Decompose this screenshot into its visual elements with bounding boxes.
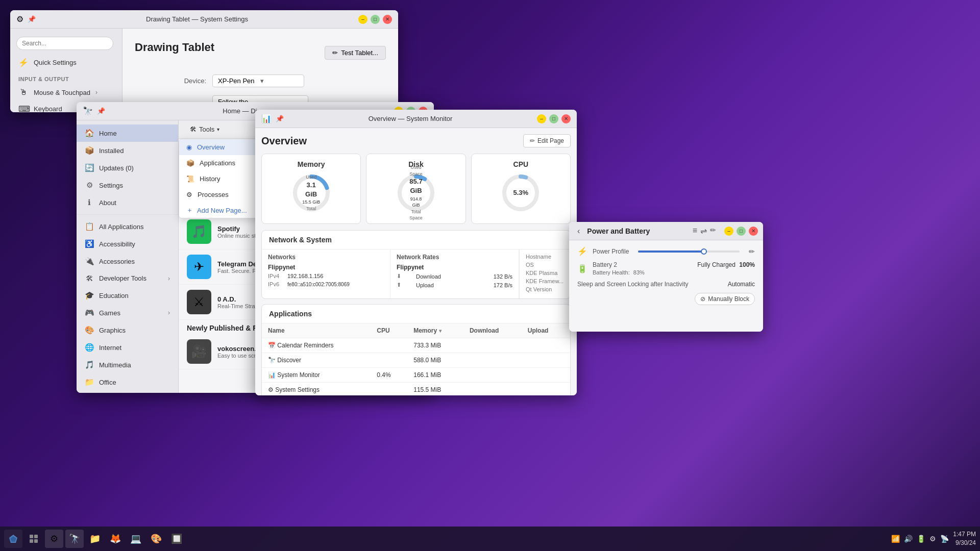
os-row: OS: [526, 262, 564, 268]
discover-upload: [522, 353, 570, 368]
settings-pin-icon: 📌: [28, 15, 36, 23]
applications-section: Applications Name CPU Memory ▾ Download …: [261, 304, 571, 395]
sysmon-minimize-button[interactable]: –: [537, 114, 546, 123]
discover-nav-installed[interactable]: 📦 Installed: [77, 142, 178, 159]
taskbar-terminal-button[interactable]: 💻: [127, 530, 145, 548]
memory-title: Memory: [268, 160, 354, 168]
discover-nav-internet[interactable]: 🌐 Internet: [77, 339, 178, 356]
sidebar-item-mouse-touchpad[interactable]: 🖱 Mouse & Touchpad ›: [10, 84, 122, 101]
discover-nav-developer-tools[interactable]: 🛠 Developer Tools ›: [77, 270, 178, 287]
sidebar-item-quick-settings[interactable]: ⚡ Quick Settings: [10, 54, 122, 71]
settings-maximize-button[interactable]: □: [371, 15, 380, 24]
settings-minimize-button[interactable]: –: [358, 15, 368, 24]
discover-nav-all-apps[interactable]: 📋 All Applications: [77, 218, 178, 235]
power-minimize-button[interactable]: –: [724, 227, 733, 236]
sys-settings-download: [463, 383, 522, 396]
sysmon-cpu: 0.4%: [371, 368, 407, 383]
memory-donut: Used 3.1 GiB 15.5 GiB Total: [291, 172, 332, 213]
accessories-icon: 🔌: [85, 257, 94, 266]
sys-settings-cpu: [371, 383, 407, 396]
col-cpu[interactable]: CPU: [371, 323, 407, 338]
discover-nav-home[interactable]: 🏠 Home: [77, 124, 178, 142]
discover-nav-accessibility[interactable]: ♿ Accessibility: [77, 235, 178, 253]
discover-pin-icon: 📌: [97, 107, 105, 115]
disk-donut-text: Used Space 85.7 GiB 914.8 GiB Total Spac…: [406, 164, 426, 221]
device-row: Device: XP-Pen Pen ▾: [135, 74, 386, 87]
taskbar-start-button[interactable]: [4, 530, 22, 548]
settings-tray-icon[interactable]: ⚙: [929, 535, 936, 543]
discover-sidebar: 🏠 Home 📦 Installed 🔄 Updates (0) ⚙ Setti…: [77, 120, 179, 393]
edit-page-button[interactable]: ✏ Edit Page: [523, 134, 571, 147]
network-name: Flippynet: [268, 264, 384, 271]
kde-framework-key: KDE Framew...: [526, 278, 564, 284]
tools-icon: 🛠: [190, 126, 197, 133]
taskbar-pager-button[interactable]: [24, 530, 43, 548]
power-title: Power and Battery: [587, 227, 688, 235]
taskbar-files-button[interactable]: 📁: [86, 530, 104, 548]
power-profile-row: ⚡ Power Profile ✏: [577, 246, 755, 256]
taskbar-paint-button[interactable]: 🎨: [147, 530, 165, 548]
discover-nav-games[interactable]: 🎮 Games ›: [77, 304, 178, 321]
network-system-section: Network & System Networks Flippynet IPv4…: [261, 230, 571, 299]
manually-block-button[interactable]: ⊘ Manually Block: [695, 293, 755, 305]
settings-sidebar: ⚡ Quick Settings Input & Output 🖱 Mouse …: [10, 29, 122, 112]
col-upload[interactable]: Upload: [522, 323, 570, 338]
settings-close-button[interactable]: ✕: [383, 15, 392, 24]
power-profile-edit-icon[interactable]: ✏: [749, 247, 755, 256]
sysmon-window-controls: – □ ✕: [537, 114, 571, 123]
discover-nav-science[interactable]: 🔬 Science and Engineering ›: [77, 391, 178, 393]
power-menu-icon[interactable]: ≡: [693, 226, 697, 236]
taskbar-settings-task[interactable]: ⚙: [45, 530, 63, 548]
svg-rect-11: [34, 539, 38, 543]
power-maximize-button[interactable]: □: [737, 227, 746, 236]
taskbar-time-display: 1:47 PM: [953, 530, 976, 539]
discover-nav-education[interactable]: 🎓 Education: [77, 287, 178, 304]
col-name[interactable]: Name: [262, 323, 371, 338]
memory-donut-text: Used 3.1 GiB 15.5 GiB Total: [301, 174, 322, 212]
svg-rect-10: [30, 539, 33, 543]
0ad-icon: ⚔: [187, 290, 211, 314]
sysmon-maximize-button[interactable]: □: [549, 114, 558, 123]
power-close-button[interactable]: ✕: [749, 227, 758, 236]
taskbar-firefox-button[interactable]: 🦊: [106, 530, 125, 548]
power-content: ⚡ Power Profile ✏ 🔋 Battery 2 Fully Char…: [569, 240, 763, 332]
device-dropdown-arrow: ▾: [260, 77, 299, 85]
discover-nav-about[interactable]: ℹ About: [77, 194, 178, 211]
discover-nav-multimedia[interactable]: 🎵 Multimedia: [77, 356, 178, 373]
calendar-memory: 733.3 MiB: [407, 338, 463, 353]
sysinfo-pane: Hostname OS KDE Plasma KDE Framew... Qt …: [519, 249, 570, 298]
telegram-icon: ✈: [187, 255, 211, 279]
col-memory[interactable]: Memory ▾: [407, 323, 463, 338]
discover-nav-settings[interactable]: ⚙ Settings: [77, 177, 178, 194]
games-icon: 🎮: [85, 308, 94, 317]
discover-nav-updates[interactable]: 🔄 Updates (0): [77, 159, 178, 177]
volume-tray-icon[interactable]: 🔊: [904, 535, 913, 543]
test-tablet-button[interactable]: ✏ Test Tablet...: [325, 46, 386, 60]
taskbar-date-display: 9/30/24: [953, 539, 976, 547]
col-download[interactable]: Download: [463, 323, 522, 338]
upload-row: ⬆ Upload 172 B/s: [397, 282, 512, 288]
upload-label-text: Upload: [416, 282, 434, 288]
all-apps-icon: 📋: [85, 222, 94, 231]
discover-nav-graphics[interactable]: 🎨 Graphics: [77, 321, 178, 339]
tools-button[interactable]: 🛠 Tools ▾: [185, 123, 225, 135]
tablet-test-icon: ✏: [332, 49, 338, 57]
settings-search-input[interactable]: [16, 37, 113, 50]
power-back-button[interactable]: ‹: [574, 226, 583, 237]
taskbar-misc-button[interactable]: 🔲: [167, 530, 186, 548]
quick-settings-icon: ⚡: [18, 58, 29, 67]
discover-nav-office[interactable]: 📁 Office: [77, 373, 178, 391]
taskbar-discover-task[interactable]: 🔭: [65, 530, 84, 548]
discover-nav-accessories[interactable]: 🔌 Accessories: [77, 253, 178, 270]
sys-settings-upload: [522, 383, 570, 396]
power-edit-icon[interactable]: ✏: [710, 226, 716, 236]
sysmon-close-button[interactable]: ✕: [561, 114, 571, 123]
svg-rect-8: [30, 535, 33, 538]
power-profile-slider[interactable]: [638, 251, 740, 253]
device-label: Device:: [135, 77, 206, 85]
device-dropdown[interactable]: XP-Pen Pen ▾: [212, 74, 304, 87]
power-settings-icon[interactable]: ⇌: [700, 226, 707, 236]
taskbar-clock[interactable]: 1:47 PM 9/30/24: [953, 530, 976, 547]
power-slider-fill: [638, 251, 704, 253]
power-slider-thumb: [701, 248, 707, 255]
